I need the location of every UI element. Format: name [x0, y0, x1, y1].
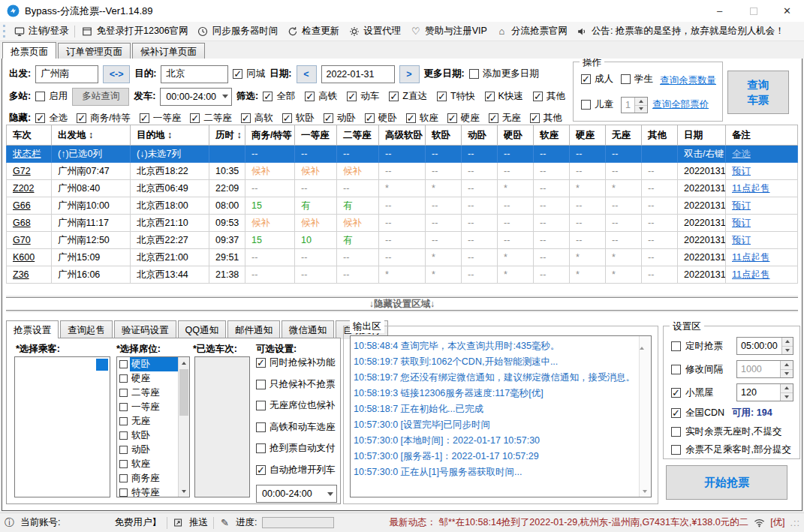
train-number-link[interactable]: Z202 — [13, 183, 35, 194]
seat-option[interactable]: 硬座 — [117, 371, 178, 386]
hide-seat-checkbox[interactable]: 二等座 — [190, 112, 232, 125]
seat-option[interactable]: 软座 — [117, 457, 178, 471]
book-link[interactable]: 11点起售 — [732, 183, 769, 194]
filter-checkbox[interactable]: Z直达 — [389, 90, 427, 103]
setting-checkbox[interactable]: 定时抢票 — [671, 340, 723, 353]
stepper-arrows[interactable] — [781, 338, 793, 354]
book-link[interactable]: 11点起售 — [732, 269, 769, 280]
hide-seat-checkbox[interactable]: 硬卧 — [365, 112, 397, 125]
book-link[interactable]: 预订 — [732, 235, 751, 245]
column-header[interactable]: 目的地 ↕ — [131, 125, 209, 146]
menu-item-2[interactable]: 同步服务器时间 — [193, 23, 283, 41]
column-header[interactable]: 无座 — [606, 125, 642, 146]
hide-seat-checkbox[interactable]: 软座 — [406, 112, 438, 125]
option-checkbox[interactable]: 抢到票自动支付 — [256, 442, 336, 455]
scrollbar-thumb[interactable] — [179, 369, 188, 416]
passenger-listbox[interactable] — [14, 356, 110, 497]
scroll-down-icon[interactable] — [179, 485, 189, 497]
train-number-link[interactable]: Z36 — [13, 269, 29, 280]
book-link[interactable]: 预订 — [732, 166, 751, 176]
stepper-up-icon[interactable] — [782, 338, 793, 347]
tab-订单管理页面[interactable]: 订单管理页面 — [58, 43, 131, 59]
filter-checkbox[interactable]: K快速 — [485, 90, 523, 103]
multi-station-query-button[interactable]: 多站查询 — [72, 88, 129, 106]
filter-checkbox[interactable]: T特快 — [437, 90, 475, 103]
column-header[interactable]: 动卧 — [462, 125, 498, 146]
train-number-link[interactable]: G68 — [13, 218, 31, 228]
menu-item-3[interactable]: 检查更新 — [282, 23, 344, 41]
book-link[interactable]: 预订 — [732, 218, 751, 228]
table-row[interactable]: G72广州南07:47北京西18:2210:35候补候补候补----------… — [7, 163, 798, 180]
tab-微信通知[interactable]: 微信通知 — [282, 320, 334, 339]
option-checkbox[interactable]: 高铁和动车选座 — [256, 421, 336, 434]
menu-item-5[interactable]: ♡赞助与注册VIP — [405, 23, 492, 41]
output-log[interactable]: 10:58:48:4 查询完毕，本次查询共用时:435毫秒。10:58:19:7… — [350, 335, 652, 497]
maximize-button[interactable] — [736, 0, 770, 22]
tab-抢票设置[interactable]: 抢票设置 — [6, 320, 59, 338]
scroll-up-icon[interactable] — [179, 357, 189, 368]
hide-seat-checkbox[interactable]: 软卧 — [282, 112, 315, 125]
selected-trains-listbox[interactable] — [194, 356, 250, 497]
depart-time-select[interactable]: 00:00-24:00 — [160, 88, 232, 106]
column-header[interactable]: 出发地 ↕ — [52, 125, 131, 146]
seat-option[interactable]: 二等座 — [117, 386, 178, 400]
column-header[interactable]: 二等座 — [337, 125, 379, 146]
hide-seat-checkbox[interactable]: 一等座 — [140, 112, 182, 125]
seat-option[interactable]: 一等座 — [117, 400, 178, 414]
column-header[interactable]: 高级软卧 — [379, 125, 426, 146]
tab-验证码设置[interactable]: 验证码设置 — [114, 320, 176, 339]
minimize-button[interactable]: – — [703, 0, 736, 22]
train-number-link[interactable]: K600 — [13, 252, 35, 263]
seat-option[interactable]: 商务座 — [117, 471, 178, 485]
depart-input[interactable]: 广州南 — [35, 65, 98, 83]
setting-stepper[interactable]: 1000 — [736, 360, 793, 378]
hide-seat-checkbox[interactable]: 无座 — [489, 112, 521, 125]
date-input[interactable]: 2022-01-31 — [321, 65, 395, 83]
hide-seat-checkbox[interactable]: 动卧 — [324, 112, 356, 125]
column-header[interactable]: 其他 — [642, 125, 678, 146]
seat-listbox[interactable]: 硬卧硬座二等座一等座无座软卧动卧软座商务座特等座 — [116, 356, 190, 497]
option-checkbox[interactable]: 同时抢候补功能 — [256, 356, 336, 369]
column-header[interactable]: 日期 — [678, 125, 726, 146]
hide-seat-checkbox[interactable]: 全选 — [35, 112, 68, 125]
seat-option[interactable]: 硬卧 — [117, 357, 178, 371]
cdn-checkbox[interactable]: 全国CDN — [671, 407, 724, 419]
table-row[interactable]: Z36广州16:06北京西13:4421:38------**--*--**--… — [7, 266, 798, 284]
filter-checkbox[interactable]: 动车 — [347, 90, 379, 103]
train-number-link[interactable]: G70 — [13, 235, 31, 245]
setting-checkbox[interactable]: 余票不足乘客时,部分提交 — [671, 443, 791, 456]
filter-checkbox[interactable]: 其他 — [533, 90, 565, 103]
query-price-link[interactable]: 查询全部票价 — [652, 98, 709, 111]
menu-item-4[interactable]: 设置代理 — [344, 23, 405, 41]
table-row[interactable]: G68广州南11:17北京西21:1009:53候补候补候补----------… — [7, 215, 798, 232]
column-header[interactable]: 商务/特等 — [245, 125, 295, 146]
stepper-arrows[interactable] — [780, 384, 793, 401]
query-tickets-button[interactable]: 查询 车票 — [727, 71, 789, 114]
start-grabbing-button[interactable]: 开始抢票 — [666, 465, 787, 500]
train-number-link[interactable]: G66 — [13, 200, 31, 211]
child-count-stepper[interactable]: 1 — [621, 97, 648, 113]
setting-checkbox[interactable]: 实时余票无座时,不提交 — [671, 425, 781, 438]
scroll-down-icon[interactable] — [643, 490, 647, 493]
adult-checkbox[interactable]: 成人 — [581, 73, 613, 86]
seat-list-scrollbar[interactable] — [178, 357, 189, 497]
column-header[interactable]: 一等座 — [295, 125, 337, 146]
stepper-arrows[interactable] — [780, 361, 793, 377]
add-more-dates-checkbox[interactable]: 添加更多日期 — [469, 68, 539, 80]
menu-item-6[interactable]: ⌂分流抢票官网 — [492, 23, 572, 41]
seat-option[interactable]: 动卧 — [117, 443, 178, 457]
train-number-link[interactable]: G72 — [13, 166, 31, 176]
setting-stepper[interactable]: 05:00:00 — [736, 337, 793, 355]
table-row[interactable]: G70广州南12:50北京西22:2709:371510有-----------… — [7, 232, 798, 249]
column-header[interactable]: 软卧 — [426, 125, 462, 146]
push-label[interactable]: 推送 — [189, 516, 208, 529]
column-header[interactable]: 车次 — [7, 125, 52, 146]
tab-邮件通知[interactable]: 邮件通知 — [227, 320, 280, 339]
menu-item-7[interactable]: 公告: 抢票靠的是坚持，放弃就是给别人机会！ — [572, 23, 789, 41]
option-checkbox[interactable]: 只抢候补不抢票 — [256, 378, 336, 391]
option-checkbox[interactable]: 无座席位也候补 — [256, 399, 336, 412]
table-row[interactable]: K600广州15:09北京西21:0029:51--------*--*--**… — [7, 249, 798, 266]
hide-seat-checkbox[interactable]: 其他 — [530, 112, 562, 125]
hide-seat-checkbox[interactable]: 商务/特等 — [77, 112, 130, 125]
passenger-list-scrollbar[interactable] — [96, 359, 108, 371]
